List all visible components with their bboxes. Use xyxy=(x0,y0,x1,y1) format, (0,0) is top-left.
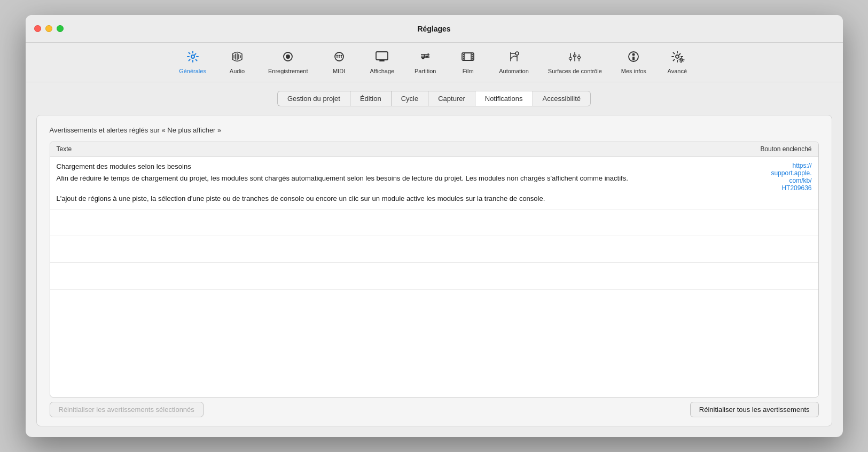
notifications-table: Texte Bouton enclenché Chargement des mo… xyxy=(50,142,819,398)
subtab-notifications[interactable]: Notifications xyxy=(475,91,533,106)
svg-point-0 xyxy=(191,55,194,58)
svg-rect-29 xyxy=(463,56,464,58)
reset-all-button[interactable]: Réinitialiser tous les avertissements xyxy=(690,402,819,417)
svg-rect-31 xyxy=(472,54,473,56)
svg-rect-46 xyxy=(632,57,635,60)
subtab-capturer[interactable]: Capturer xyxy=(428,91,475,106)
toolbar-item-avance[interactable]: Avancé xyxy=(656,47,699,76)
close-button[interactable] xyxy=(34,25,41,32)
traffic-lights xyxy=(34,25,64,32)
svg-rect-42 xyxy=(574,55,576,57)
toolbar-item-affichage[interactable]: Affichage xyxy=(361,47,404,76)
col-text-header: Texte xyxy=(57,145,726,153)
svg-point-7 xyxy=(286,54,290,59)
svg-rect-30 xyxy=(463,58,464,60)
empty-row-3 xyxy=(50,263,818,290)
toolbar-item-mesinfos[interactable]: Mes infos xyxy=(612,47,656,76)
row-button[interactable]: https://support.apple.com/kb/HT209636 xyxy=(726,162,812,192)
toolbar-label-affichage: Affichage xyxy=(370,68,395,74)
toolbar-item-generales[interactable]: Générales xyxy=(169,47,216,76)
toolbar-item-surfaces[interactable]: Surfaces de contrôle xyxy=(538,47,612,76)
enregistrement-icon xyxy=(280,49,295,66)
subtab-accessibilite[interactable]: Accessibilité xyxy=(533,91,591,106)
window-title: Réglages xyxy=(417,25,450,33)
minimize-button[interactable] xyxy=(45,25,52,32)
toolbar-item-automation[interactable]: Automation xyxy=(489,47,538,76)
row-body: Afin de réduire le temps de chargement d… xyxy=(57,174,726,204)
subtab-edition[interactable]: Édition xyxy=(350,91,391,106)
toolbar-label-enregistrement: Enregistrement xyxy=(268,68,308,74)
surfaces-icon xyxy=(567,49,582,66)
svg-rect-15 xyxy=(376,52,388,60)
empty-row-4 xyxy=(50,290,818,316)
toolbar-label-automation: Automation xyxy=(499,68,529,74)
bottom-bar: Réinitialiser les avertissements sélecti… xyxy=(50,398,819,417)
toolbar-item-midi[interactable]: MIDI xyxy=(318,47,361,76)
svg-rect-28 xyxy=(463,54,464,56)
empty-row-2 xyxy=(50,236,818,263)
subtab-gestion[interactable]: Gestion du projet xyxy=(277,91,350,106)
svg-point-34 xyxy=(515,52,519,55)
titlebar: Réglages xyxy=(26,15,843,43)
toolbar-label-avance: Avancé xyxy=(668,68,687,74)
subtabs: Gestion du projet Édition Cycle Capturer… xyxy=(36,91,832,106)
toolbar-label-partition: Partition xyxy=(415,68,436,74)
toolbar-label-midi: MIDI xyxy=(333,68,345,74)
toolbar-label-audio: Audio xyxy=(230,68,245,74)
notifications-panel: Avertissements et alertes réglés sur « N… xyxy=(36,115,832,426)
empty-row-1 xyxy=(50,209,818,236)
col-button-header: Bouton enclenché xyxy=(726,145,812,153)
automation-icon xyxy=(506,49,521,66)
mesinfos-icon xyxy=(626,49,641,66)
svg-point-11 xyxy=(340,55,342,57)
svg-point-45 xyxy=(632,53,635,56)
toolbar-item-enregistrement[interactable]: Enregistrement xyxy=(259,47,318,76)
svg-rect-32 xyxy=(472,56,473,58)
main-window: Réglages Générales xyxy=(26,15,843,437)
affichage-icon xyxy=(374,49,389,66)
section-title: Avertissements et alertes réglés sur « N… xyxy=(50,126,819,134)
generales-icon xyxy=(185,49,200,66)
film-icon xyxy=(460,49,475,66)
avance-icon xyxy=(670,49,685,66)
svg-rect-43 xyxy=(578,57,581,58)
svg-rect-41 xyxy=(569,58,572,59)
toolbar-item-film[interactable]: Film xyxy=(447,47,489,76)
audio-icon xyxy=(230,49,245,66)
svg-point-47 xyxy=(676,55,679,58)
row-title: Chargement des modules selon les besoins xyxy=(57,162,726,172)
table-header: Texte Bouton enclenché xyxy=(50,142,818,157)
table-body: Chargement des modules selon les besoins… xyxy=(50,157,818,397)
svg-rect-33 xyxy=(472,58,473,60)
reset-selected-button[interactable]: Réinitialiser les avertissements sélecti… xyxy=(50,402,204,417)
table-row[interactable]: Chargement des modules selon les besoins… xyxy=(50,157,818,209)
toolbar-item-partition[interactable]: Partition xyxy=(404,47,447,76)
main-content: Gestion du projet Édition Cycle Capturer… xyxy=(26,82,843,437)
svg-point-10 xyxy=(338,55,340,57)
midi-icon xyxy=(332,49,347,66)
maximize-button[interactable] xyxy=(57,25,64,32)
toolbar-label-surfaces: Surfaces de contrôle xyxy=(548,68,602,74)
toolbar-label-film: Film xyxy=(463,68,474,74)
subtab-cycle[interactable]: Cycle xyxy=(391,91,428,106)
toolbar-label-generales: Générales xyxy=(179,68,206,74)
toolbar-label-mesinfos: Mes infos xyxy=(621,68,646,74)
svg-point-9 xyxy=(336,55,338,57)
toolbar: Générales Audio xyxy=(26,43,843,82)
row-text: Chargement des modules selon les besoins… xyxy=(57,162,726,204)
toolbar-item-audio[interactable]: Audio xyxy=(216,47,259,76)
partition-icon xyxy=(418,49,433,66)
